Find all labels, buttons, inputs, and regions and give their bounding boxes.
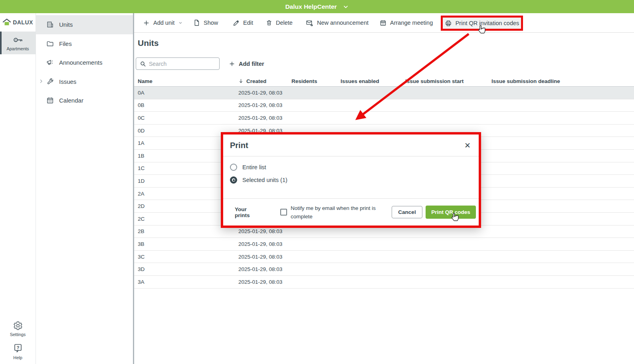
- logo-text: DALUX: [13, 19, 33, 26]
- printer-icon: [445, 20, 452, 27]
- cell-created: 2025-01-29, 08:03: [238, 102, 291, 108]
- cell-name: 3A: [134, 279, 238, 285]
- sidebar-item-label: Units: [59, 21, 73, 28]
- close-icon[interactable]: ✕: [464, 142, 471, 149]
- rail-item-settings[interactable]: Settings: [0, 321, 36, 337]
- print-qr-invitation-codes-button[interactable]: Print QR invitation codes: [441, 16, 523, 31]
- megaphone-icon: [46, 59, 54, 66]
- delete-button[interactable]: Delete: [266, 13, 293, 32]
- chevron-down-icon: [343, 4, 349, 10]
- cell-name: 3D: [134, 266, 238, 272]
- sidebar-item-files[interactable]: Files: [36, 34, 133, 53]
- rail-item-apartments[interactable]: Apartments: [0, 32, 36, 54]
- rail-item-label: Help: [13, 355, 22, 360]
- cell-created: 2025-01-29, 08:03: [238, 90, 291, 96]
- page-title: Units: [138, 38, 159, 48]
- rail-item-help[interactable]: ? Help: [0, 343, 36, 360]
- toolbar: Add unit Show Edit Delete New announceme…: [134, 13, 634, 33]
- sidebar-divider: [133, 13, 134, 364]
- app-title: Dalux HelpCenter: [285, 3, 337, 10]
- table-row[interactable]: 0C 2025-01-29, 08:03: [134, 112, 634, 125]
- calendar-icon: [46, 97, 54, 104]
- cell-name: 0A: [134, 90, 238, 96]
- sidebar-item-announcements[interactable]: Announcements: [36, 53, 133, 72]
- radio-entire-list[interactable]: Entire list: [223, 161, 479, 174]
- table-row[interactable]: 3C 2025-01-29, 08:03: [134, 251, 634, 263]
- sidebar-item-label: Files: [59, 40, 72, 47]
- dialog-title: Print: [230, 141, 248, 150]
- gear-icon: [13, 321, 23, 330]
- plus-icon: [143, 20, 150, 26]
- table-header: Name Created Residents Issues enabled Is…: [134, 76, 634, 87]
- dalux-logo[interactable]: DALUX: [0, 13, 36, 32]
- notify-checkbox[interactable]: [280, 209, 287, 216]
- wrench-icon: [46, 78, 54, 85]
- app-header: Dalux HelpCenter: [0, 0, 634, 13]
- rail-bottom: Settings ? Help: [0, 321, 36, 360]
- sidebar-item-calendar[interactable]: Calendar: [36, 91, 133, 110]
- chevron-right-icon[interactable]: [39, 78, 44, 85]
- column-header-residents[interactable]: Residents: [291, 78, 341, 84]
- arrange-meeting-button[interactable]: Arrange meeting: [380, 13, 433, 32]
- column-header-name[interactable]: Name: [134, 78, 238, 84]
- radio-icon[interactable]: [230, 164, 237, 171]
- trash-icon: [266, 19, 272, 26]
- table-row[interactable]: 3D 2025-01-29, 08:03: [134, 263, 634, 276]
- folder-icon: [46, 40, 54, 47]
- add-unit-button[interactable]: Add unit: [143, 13, 183, 32]
- cell-created: 2025-01-29, 08:03: [238, 241, 291, 247]
- cell-created: 2025-01-29, 08:03: [238, 115, 291, 121]
- chevron-down-icon: [178, 20, 183, 25]
- sort-descending-icon: [238, 78, 244, 84]
- search-box[interactable]: [136, 57, 220, 70]
- column-header-issue-submission-deadline[interactable]: Issue submission deadline: [491, 78, 634, 84]
- column-header-created[interactable]: Created: [238, 78, 291, 84]
- dalux-house-icon: [2, 18, 11, 26]
- building-icon: [46, 21, 54, 28]
- sidebar-nav: Units Files Announcements Issues Calenda…: [36, 13, 133, 364]
- search-input[interactable]: [149, 61, 216, 67]
- envelope-arrow-icon: [306, 20, 313, 26]
- calendar-icon: [380, 20, 386, 26]
- cell-name: 3B: [134, 241, 238, 247]
- cell-created: 2025-01-29, 08:03: [238, 254, 291, 260]
- rail-item-label: Apartments: [6, 46, 29, 51]
- icon-rail: DALUX Apartments Settings ? Help: [0, 13, 36, 364]
- table-row[interactable]: 0A 2025-01-29, 08:03: [134, 87, 634, 99]
- edit-button[interactable]: Edit: [233, 13, 253, 32]
- sidebar-item-issues[interactable]: Issues: [36, 72, 133, 91]
- cell-created: 2025-01-29, 08:03: [238, 266, 291, 272]
- key-icon: [12, 35, 24, 45]
- notify-checkbox-label: Notify me by email when the print is com…: [291, 204, 381, 221]
- pencil-icon: [233, 20, 240, 26]
- show-button[interactable]: Show: [193, 13, 218, 32]
- sidebar-item-label: Issues: [59, 78, 76, 85]
- sidebar-item-label: Calendar: [59, 97, 83, 104]
- print-dialog: Print ✕ Entire list Selected units (1) Y…: [221, 132, 481, 228]
- column-header-issue-submission-start[interactable]: Issue submission start: [405, 78, 491, 84]
- cancel-button[interactable]: Cancel: [392, 206, 422, 218]
- table-row[interactable]: 3A 2025-01-29, 08:03: [134, 276, 634, 289]
- app-title-menu[interactable]: Dalux HelpCenter: [285, 3, 349, 10]
- print-dialog-footer: Your prints Notify me by email when the …: [223, 198, 479, 226]
- document-icon: [193, 19, 200, 26]
- cell-created: 2025-01-29, 08:03: [238, 228, 291, 234]
- print-qr-codes-button[interactable]: Print QR codes: [426, 206, 476, 219]
- add-filter-button[interactable]: Add filter: [229, 57, 264, 70]
- cell-name: 3C: [134, 254, 238, 260]
- table-row[interactable]: 3B 2025-01-29, 08:03: [134, 238, 634, 251]
- new-announcement-button[interactable]: New announcement: [306, 13, 369, 32]
- radio-icon-selected[interactable]: [230, 176, 237, 184]
- table-row[interactable]: 0B 2025-01-29, 08:03: [134, 99, 634, 112]
- sidebar-item-units[interactable]: Units: [36, 15, 133, 34]
- print-dialog-body: Entire list Selected units (1): [223, 156, 479, 186]
- search-icon: [140, 61, 146, 67]
- plus-icon: [229, 61, 235, 67]
- cell-name: 2B: [134, 228, 238, 234]
- your-prints-link[interactable]: Your prints: [235, 206, 260, 218]
- print-dialog-header: Print ✕: [223, 135, 479, 156]
- radio-selected-units[interactable]: Selected units (1): [223, 174, 479, 186]
- help-icon: ?: [13, 343, 23, 354]
- rail-item-label: Settings: [10, 332, 26, 337]
- column-header-issues-enabled[interactable]: Issues enabled: [341, 78, 405, 84]
